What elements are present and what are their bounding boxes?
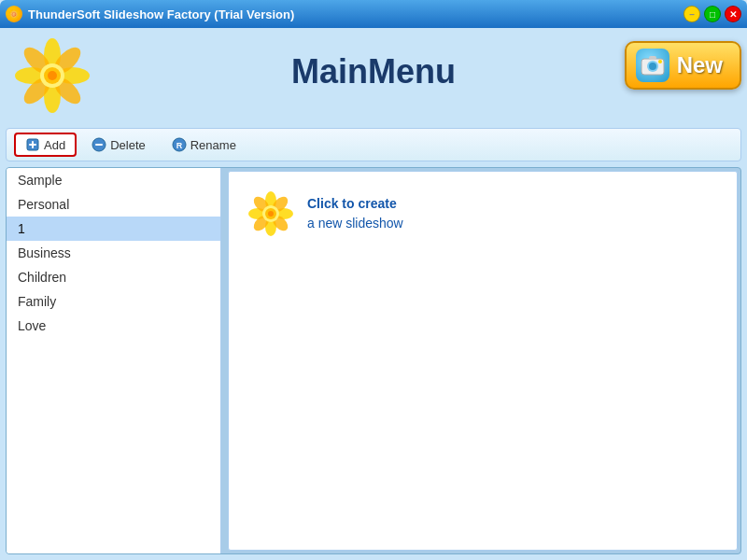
rename-icon-svg: R [172,137,187,152]
title-bar-left: 🌼 ThunderSoft Slideshow Factory (Trial V… [6,6,294,22]
delete-label: Delete [110,138,146,152]
list-item[interactable]: Business [7,241,220,265]
create-line1: Click to create [307,194,403,214]
content-area: SamplePersonal1BusinessChildrenFamilyLov… [6,167,741,554]
list-item[interactable]: 1 [7,217,220,241]
window-body: MainMenu New Add [0,28,747,560]
page-title: MainMenu [291,52,456,91]
delete-icon-svg [92,137,106,152]
new-button-icon [636,49,669,82]
sidebar-list: SamplePersonal1BusinessChildrenFamilyLov… [7,168,221,553]
new-button-label: New [677,52,723,78]
app-icon: 🌼 [6,6,22,22]
new-button[interactable]: New [625,41,741,90]
list-item[interactable]: Love [7,314,220,338]
delete-icon [92,137,106,152]
create-slideshow-icon [247,190,294,237]
create-slideshow-text: Click to create a new slideshow [307,194,403,233]
title-bar-title: ThunderSoft Slideshow Factory (Trial Ver… [28,7,294,21]
rename-icon: R [172,137,187,152]
svg-rect-14 [649,56,656,60]
new-slideshow-flower-icon [248,191,293,236]
list-item[interactable]: Family [7,289,220,314]
svg-point-30 [268,211,274,217]
main-panel: Click to create a new slideshow [228,171,738,551]
add-label: Add [44,138,65,152]
rename-label: Rename [190,138,236,152]
header-area: MainMenu New [6,34,741,122]
title-bar: 🌼 ThunderSoft Slideshow Factory (Trial V… [0,0,747,28]
svg-point-15 [658,60,662,63]
add-button[interactable]: Add [14,133,77,157]
rename-button[interactable]: R Rename [161,133,247,157]
minimize-button[interactable]: – [684,6,700,22]
create-slideshow-area[interactable]: Click to create a new slideshow [247,190,403,237]
svg-text:R: R [176,141,182,150]
logo-area [6,34,99,118]
toolbar: Add Delete R Rename [6,128,741,161]
list-item[interactable]: Personal [7,192,220,217]
svg-point-10 [48,71,57,80]
logo-flower-icon [15,38,90,113]
add-icon [25,137,40,152]
create-line2: a new slideshow [307,216,403,231]
add-icon-svg [25,137,40,152]
svg-point-13 [649,63,656,70]
maximize-button[interactable]: □ [704,6,721,22]
close-button[interactable]: ✕ [725,6,741,22]
list-item[interactable]: Children [7,265,220,289]
camera-icon [640,52,666,78]
title-bar-controls: – □ ✕ [684,6,741,22]
delete-button[interactable]: Delete [80,133,157,157]
list-item[interactable]: Sample [7,168,220,192]
